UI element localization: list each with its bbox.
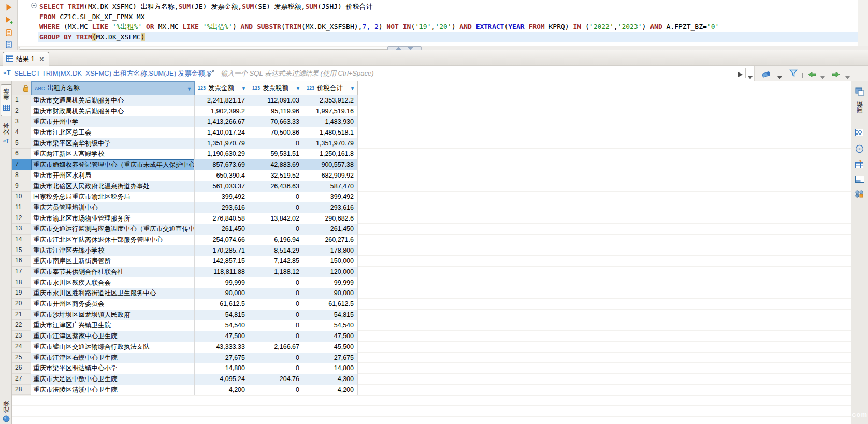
amount-cell[interactable]: 4,200 <box>195 385 249 396</box>
row-number-cell[interactable]: 23 <box>12 331 31 342</box>
filter-expression-text[interactable]: SELECT TRIM(MX.DK_XSFMC) 出租方名称,SUM(JE) 发… <box>14 69 211 78</box>
row-number-cell[interactable]: 21 <box>12 310 31 320</box>
table-row-21[interactable]: 21重庆市沙坪坝区回龙坝镇人民政府54,815054,815 <box>12 310 358 320</box>
amount-cell[interactable]: 13,842.02 <box>249 213 303 224</box>
amount-cell[interactable]: 54,815 <box>303 310 358 320</box>
grouping-panel-icon[interactable] <box>855 176 864 185</box>
tab-record-mode[interactable]: 记录 <box>1 399 11 424</box>
amount-cell[interactable]: 90,000 <box>195 288 249 299</box>
amount-cell[interactable]: 900,557.38 <box>303 159 358 170</box>
lessor-name-cell[interactable]: 重庆市财政局机关后勤服务中心 <box>31 106 195 117</box>
lessor-name-cell[interactable]: 重庆市江北区总工会 <box>31 127 195 138</box>
table-row-10[interactable]: 10国家税务总局重庆市渝北区税务局399,4920399,492 <box>12 192 358 202</box>
amount-cell[interactable]: 0 <box>249 363 303 374</box>
amount-cell[interactable]: 27,675 <box>195 353 249 363</box>
amount-cell[interactable]: 261,450 <box>303 224 358 235</box>
amount-cell[interactable]: 1,997,519.16 <box>303 106 358 117</box>
amount-cell[interactable]: 293,616 <box>303 202 358 213</box>
fetch-previous-dropdown-icon[interactable] <box>820 72 825 81</box>
amount-cell[interactable]: 260,271.6 <box>303 235 358 245</box>
row-number-cell[interactable]: 15 <box>12 245 31 256</box>
table-row-16[interactable]: 16重庆市南岸区上新街房管所142,857.157,142.85150,000 <box>12 256 358 267</box>
table-row-20[interactable]: 20重庆市开州区商务委员会61,612.5061,612.5 <box>12 299 358 310</box>
row-number-cell[interactable]: 7 <box>12 159 31 170</box>
amount-cell[interactable]: 112,091.03 <box>249 95 303 106</box>
lessor-name-cell[interactable]: 国家税务总局重庆市渝北区税务局 <box>31 192 195 202</box>
sort-dropdown-icon[interactable]: ▼ <box>187 86 192 92</box>
amount-cell[interactable]: 99,999 <box>303 277 358 288</box>
amount-cell[interactable]: 1,413,266.67 <box>195 116 249 127</box>
amount-cell[interactable]: 70,500.86 <box>249 127 303 138</box>
column-header-3[interactable]: 123发票税额▼ <box>249 81 303 95</box>
table-row-8[interactable]: 8重庆市开州区水利局650,390.432,519.52682,909.92 <box>12 170 358 181</box>
table-row-23[interactable]: 23重庆市江津区蔡家中心卫生院47,500047,500 <box>12 331 358 342</box>
filter-input[interactable]: 输入一个 SQL 表达式来过滤结果 (使用 Ctrl+Space) <box>221 69 374 78</box>
select-all-corner-cell[interactable] <box>12 81 31 95</box>
amount-cell[interactable]: 1,351,970.79 <box>303 138 358 149</box>
amount-cell[interactable]: 1,410,017.24 <box>195 127 249 138</box>
amount-cell[interactable]: 0 <box>249 320 303 331</box>
lessor-name-cell[interactable]: 重庆市梁平区明达镇中心小学 <box>31 363 195 374</box>
lessor-name-cell[interactable]: 重庆市永川区胜利路街道社区卫生服务中心 <box>31 288 195 299</box>
row-number-cell[interactable]: 14 <box>12 235 31 245</box>
amount-cell[interactable]: 4,300 <box>303 374 358 385</box>
amount-cell[interactable]: 118,811.88 <box>195 267 249 277</box>
value-viewer-icon[interactable] <box>855 144 864 155</box>
row-number-cell[interactable]: 3 <box>12 116 31 127</box>
maximize-panel-icon[interactable] <box>855 87 864 98</box>
row-number-cell[interactable]: 10 <box>12 192 31 202</box>
lessor-name-cell[interactable]: 重庆市江津区先锋小学校 <box>31 245 195 256</box>
table-row-25[interactable]: 25重庆市江津区石蟆中心卫生院27,675027,675 <box>12 353 358 363</box>
amount-cell[interactable]: 1,188.12 <box>249 267 303 277</box>
amount-cell[interactable]: 0 <box>249 331 303 342</box>
amount-cell[interactable]: 142,857.15 <box>195 256 249 267</box>
explain-plan-icon[interactable] <box>5 40 13 49</box>
table-row-1[interactable]: 1重庆市交通局机关后勤服务中心2,241,821.17112,091.032,3… <box>12 95 358 106</box>
lessor-name-cell[interactable]: 重庆市永川区残疾人联合会 <box>31 277 195 288</box>
table-row-6[interactable]: 6重庆两江新区天宫殿学校1,190,630.2959,531.511,250,1… <box>12 149 358 159</box>
amount-cell[interactable]: 399,492 <box>195 192 249 202</box>
row-number-cell[interactable]: 13 <box>12 224 31 235</box>
amount-cell[interactable]: 0 <box>249 192 303 202</box>
amount-cell[interactable]: 14,800 <box>195 363 249 374</box>
table-row-15[interactable]: 15重庆市江津区先锋小学校170,285.718,514.29178,800 <box>12 245 358 256</box>
row-number-cell[interactable]: 26 <box>12 363 31 374</box>
row-number-cell[interactable]: 11 <box>12 202 31 213</box>
amount-cell[interactable]: 650,390.4 <box>195 170 249 181</box>
table-row-19[interactable]: 19重庆市永川区胜利路街道社区卫生服务中心90,000090,000 <box>12 288 358 299</box>
amount-cell[interactable]: 261,450 <box>195 224 249 235</box>
amount-cell[interactable]: 204.76 <box>249 374 303 385</box>
amount-cell[interactable]: 54,815 <box>195 310 249 320</box>
amount-cell[interactable]: 8,514.29 <box>249 245 303 256</box>
table-row-14[interactable]: 14重庆市江北区军队离休退休干部服务管理中心254,074.666,196.94… <box>12 235 358 245</box>
table-row-27[interactable]: 27重庆市大足区中敖中心卫生院4,095.24204.764,300 <box>12 374 358 385</box>
amount-cell[interactable]: 47,500 <box>303 331 358 342</box>
fetch-next-dropdown-icon[interactable] <box>845 72 850 81</box>
table-row-7[interactable]: 7重庆市婚姻收养登记管理中心（重庆市未成年人保护中心）857,673.6942,… <box>12 159 358 170</box>
close-tab-icon[interactable]: × <box>39 55 44 63</box>
lessor-name-cell[interactable]: 重庆两江新区天宫殿学校 <box>31 149 195 159</box>
sort-dropdown-icon[interactable]: ▼ <box>350 86 355 91</box>
amount-cell[interactable]: 0 <box>249 353 303 363</box>
table-row-26[interactable]: 26重庆市梁平区明达镇中心小学14,800014,800 <box>12 363 358 374</box>
row-number-cell[interactable]: 5 <box>12 138 31 149</box>
code-fold-icon[interactable]: − <box>31 3 37 8</box>
lessor-name-cell[interactable]: 重庆市大足区中敖中心卫生院 <box>31 374 195 385</box>
amount-cell[interactable]: 1,480,518.1 <box>303 127 358 138</box>
lessor-name-cell[interactable]: 重庆市北碚区人民政府北温泉街道办事处 <box>31 181 195 192</box>
editor-horizontal-scrollbar[interactable] <box>18 46 868 50</box>
table-row-28[interactable]: 28重庆市涪陵区清溪中心卫生院4,20004,200 <box>12 385 358 396</box>
lessor-name-cell[interactable]: 重庆市沙坪坝区回龙坝镇人民政府 <box>31 310 195 320</box>
amount-cell[interactable]: 0 <box>249 299 303 310</box>
row-number-cell[interactable]: 16 <box>12 256 31 267</box>
lessor-name-cell[interactable]: 重庆市开州区水利局 <box>31 170 195 181</box>
filter-history-dropdown-icon[interactable] <box>748 72 753 81</box>
table-row-13[interactable]: 13重庆市交通运行监测与应急调度中心（重庆市交通宣传中心）261,4500261… <box>12 224 358 235</box>
tab-results-1[interactable]: 结果 1 × <box>3 52 49 66</box>
amount-cell[interactable]: 6,196.94 <box>249 235 303 245</box>
clear-filter-eraser-icon[interactable] <box>761 70 772 80</box>
lessor-name-cell[interactable]: 重庆市江津区蔡家中心卫生院 <box>31 331 195 342</box>
fetch-previous-icon[interactable] <box>808 70 816 80</box>
amount-cell[interactable]: 1,190,630.29 <box>195 149 249 159</box>
amount-cell[interactable]: 1,902,399.2 <box>195 106 249 117</box>
